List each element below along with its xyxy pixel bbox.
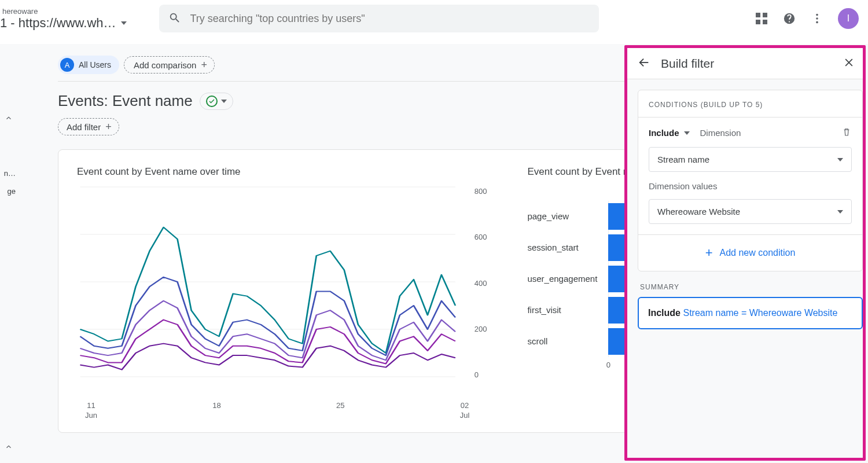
rail-item-1[interactable]: n… (2, 169, 16, 178)
dimension-label: Dimension (700, 128, 741, 138)
chevron-down-icon (221, 100, 227, 103)
add-filter-label: Add filter (67, 122, 101, 132)
summary-header: SUMMARY (640, 283, 863, 291)
chevron-down-icon (837, 158, 843, 161)
app-header: hereoware 1 - https://www.wh… I (0, 0, 868, 44)
audience-label: All Users (79, 60, 111, 69)
more-vert-icon[interactable] (810, 12, 824, 25)
chevron-down-icon (684, 131, 690, 135)
include-exclude-select[interactable]: Include (649, 128, 690, 138)
bar-label: session_start (527, 242, 601, 253)
check-circle-icon (206, 95, 218, 107)
bar-label: scroll (527, 336, 601, 347)
dimension-select-value: Stream name (657, 155, 709, 164)
line-chart-title: Event count by Event name over time (77, 166, 487, 178)
summary-expression: Stream name = Whereoware Website (683, 308, 837, 318)
plus-icon: + (705, 245, 713, 260)
property-name: 1 - https://www.wh… (0, 16, 116, 31)
dimension-value: Whereoware Website (657, 207, 740, 216)
audience-chip-all-users[interactable]: A All Users (58, 56, 119, 74)
apps-icon[interactable] (755, 12, 768, 25)
panel-title: Build filter (661, 57, 714, 71)
back-arrow-icon[interactable] (638, 56, 650, 71)
line-chart: 8006004002000 (77, 185, 487, 399)
svg-point-1 (816, 17, 818, 20)
add-comparison-label: Add comparison (134, 60, 196, 70)
left-rail: n… ge (0, 44, 17, 463)
summary-box: Include Stream name = Whereoware Website (638, 297, 863, 329)
chevron-down-icon (121, 21, 127, 25)
chevron-down-icon (837, 210, 843, 214)
bar-label: page_view (527, 211, 601, 222)
delete-icon[interactable] (841, 127, 852, 139)
include-label: Include (649, 128, 679, 138)
build-filter-panel: Build filter CONDITIONS (BUILD UP TO 5) … (624, 45, 866, 461)
bar-label: first_visit (527, 305, 601, 315)
bar-label: user_engagement (527, 274, 601, 284)
search-icon (168, 12, 181, 26)
help-icon[interactable] (782, 12, 796, 25)
svg-point-2 (816, 21, 818, 24)
avatar[interactable]: I (838, 8, 859, 29)
status-pill[interactable] (200, 93, 233, 110)
property-selector[interactable]: hereoware 1 - https://www.wh… (0, 7, 127, 31)
plus-icon: + (105, 122, 112, 132)
search-box[interactable] (159, 5, 599, 32)
conditions-card: CONDITIONS (BUILD UP TO 5) Include Dimen… (638, 90, 863, 271)
plus-icon: + (201, 60, 207, 70)
add-condition-label: Add new condition (720, 248, 796, 258)
add-comparison-button[interactable]: Add comparison + (124, 56, 215, 74)
svg-point-0 (816, 14, 818, 16)
search-input[interactable] (190, 13, 590, 25)
chevron-up-icon[interactable] (4, 442, 13, 451)
audience-badge: A (60, 58, 74, 72)
close-icon[interactable] (843, 57, 855, 70)
page-title: Events: Event name (58, 92, 193, 110)
add-condition-button[interactable]: + Add new condition (638, 235, 862, 271)
dimension-values-label: Dimension values (649, 181, 852, 191)
dimension-value-select[interactable]: Whereoware Website (649, 199, 852, 224)
conditions-header: CONDITIONS (BUILD UP TO 5) (638, 101, 862, 117)
dimension-select[interactable]: Stream name (649, 147, 852, 172)
add-filter-button[interactable]: Add filter + (58, 118, 119, 135)
property-breadcrumb: hereoware (0, 7, 127, 16)
rail-item-2[interactable]: ge (2, 187, 16, 196)
summary-prefix: Include (648, 308, 681, 318)
chevron-up-icon[interactable] (4, 113, 13, 123)
